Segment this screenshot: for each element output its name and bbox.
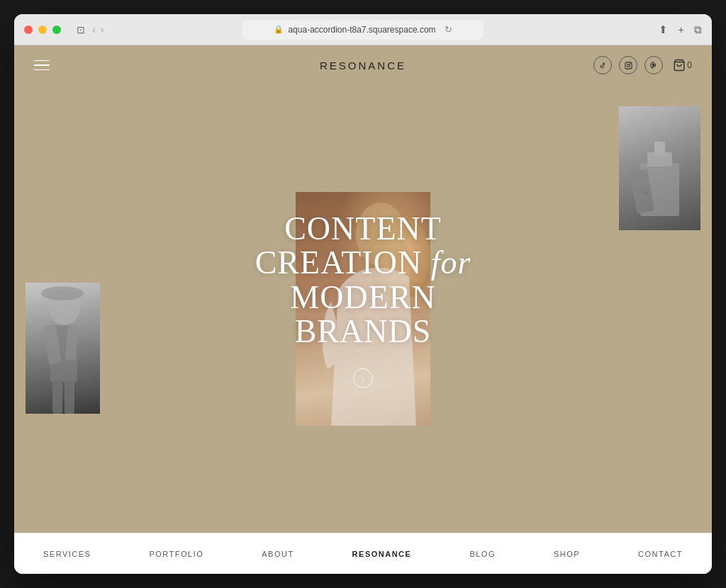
- svg-rect-14: [654, 142, 665, 156]
- hamburger-menu[interactable]: [34, 60, 50, 71]
- site-logo[interactable]: RESONANCE: [320, 60, 406, 72]
- nav-item-blog[interactable]: BLOG: [461, 544, 504, 564]
- cart-count: 0: [687, 60, 692, 70]
- close-button[interactable]: [24, 26, 33, 34]
- nav-item-resonance[interactable]: RESONANCE: [344, 544, 420, 564]
- hero-headline: CONTENT CREATION for MODERN BRANDS: [235, 212, 491, 349]
- pinterest-icon[interactable]: [644, 56, 663, 74]
- url-text: aqua-accordion-t8a7.squarespace.com: [288, 25, 435, 35]
- tiktok-icon[interactable]: [593, 56, 612, 74]
- nav-item-services[interactable]: SERVICES: [35, 544, 99, 564]
- address-bar[interactable]: 🔒 aqua-accordion-t8a7.squarespace.com ↻: [242, 20, 484, 40]
- hero-line2: CREATION for: [235, 246, 491, 280]
- share-icon[interactable]: ⬆: [659, 23, 668, 36]
- svg-text:N: N: [644, 190, 648, 196]
- scroll-down-button[interactable]: ↓: [353, 368, 373, 388]
- lock-icon: 🔒: [274, 25, 284, 34]
- cart-button[interactable]: 0: [673, 59, 692, 72]
- duplicate-icon[interactable]: ⧉: [694, 23, 702, 36]
- hamburger-line: [34, 64, 50, 66]
- minimize-button[interactable]: [38, 26, 47, 34]
- hero-text: CONTENT CREATION for MODERN BRANDS ↓: [235, 212, 491, 388]
- nav-item-shop[interactable]: SHOP: [545, 544, 588, 564]
- nav-item-contact[interactable]: CONTACT: [630, 544, 691, 564]
- window-controls-right: ⬆ + ⧉: [659, 23, 702, 36]
- hero-section: N CONTENT CREATION for MODERN BRANDS ↓: [14, 85, 712, 533]
- forward-button[interactable]: ›: [99, 23, 105, 36]
- new-tab-icon[interactable]: +: [678, 23, 684, 35]
- svg-point-5: [41, 286, 84, 300]
- top-nav-right: 0: [593, 56, 692, 74]
- nav-item-about[interactable]: ABOUT: [253, 544, 302, 564]
- window-controls-left: ⊡ ‹ ›: [24, 23, 106, 36]
- hamburger-line: [34, 60, 50, 62]
- svg-rect-10: [65, 380, 74, 414]
- title-bar: ⊡ ‹ › 🔒 aqua-accordion-t8a7.squarespace.…: [14, 14, 712, 45]
- hero-left-image: [26, 283, 100, 414]
- svg-rect-9: [52, 380, 62, 414]
- svg-point-1: [627, 64, 630, 67]
- maximize-button[interactable]: [52, 26, 61, 34]
- mac-window: ⊡ ‹ › 🔒 aqua-accordion-t8a7.squarespace.…: [14, 14, 712, 574]
- sidebar-toggle-icon[interactable]: ⊡: [77, 24, 85, 35]
- svg-rect-0: [625, 62, 632, 68]
- back-button[interactable]: ‹: [91, 23, 97, 36]
- instagram-icon[interactable]: [619, 56, 637, 74]
- hero-line3: MODERN BRANDS: [235, 281, 491, 349]
- traffic-lights: [24, 26, 61, 34]
- nav-item-portfolio[interactable]: PORTFOLIO: [140, 544, 212, 564]
- bottom-nav: SERVICES PORTFOLIO ABOUT RESONANCE BLOG …: [14, 533, 712, 574]
- hamburger-line: [34, 69, 50, 71]
- website: RESONANCE: [14, 45, 712, 574]
- nav-arrows: ‹ ›: [91, 23, 106, 36]
- refresh-icon[interactable]: ↻: [445, 24, 452, 35]
- hero-right-image: N: [619, 106, 700, 230]
- top-nav: RESONANCE: [14, 45, 712, 85]
- hero-line1: CONTENT: [235, 212, 491, 246]
